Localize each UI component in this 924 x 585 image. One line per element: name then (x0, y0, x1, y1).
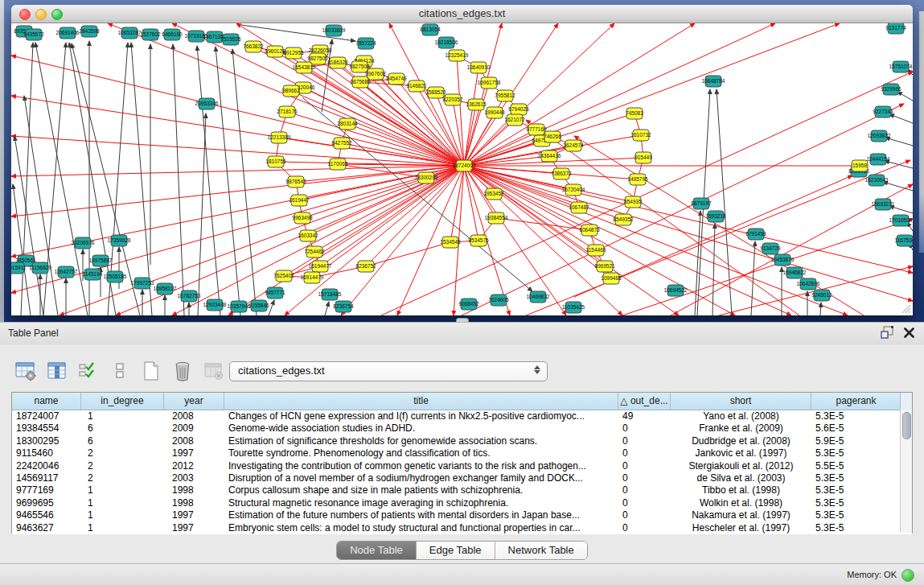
graph-node[interactable]: 9227343 (873, 106, 893, 117)
table-options-button[interactable] (14, 360, 37, 382)
table-row[interactable]: 1938455462009Genome-wide association stu… (12, 422, 912, 435)
column-header-short[interactable]: short (671, 393, 811, 410)
graph-node[interactable]: 12325419 (446, 50, 469, 61)
graph-node[interactable]: 1534545 (440, 237, 461, 248)
graph-node[interactable]: 9534575 (468, 235, 489, 246)
citation-network-graph[interactable]: 8935573943557220691406284359810653287152… (11, 23, 913, 315)
graph-node[interactable]: 6791458 (745, 229, 766, 240)
graph-node[interactable]: 13942757 (55, 266, 78, 278)
column-header-out-de[interactable]: △ out_de... (618, 393, 671, 410)
graph-node[interactable]: 7955812 (495, 90, 515, 101)
table-row[interactable]: 1456911722003Disruption of a novel membe… (12, 472, 912, 484)
graph-node[interactable]: 9963498 (292, 212, 313, 224)
column-header-title[interactable]: title (224, 393, 618, 410)
graph-node[interactable]: 16782753 (178, 290, 201, 302)
graph-node[interactable]: 1099468 (601, 273, 622, 284)
graph-node[interactable]: 1610732 (630, 130, 651, 141)
graph-node[interactable]: 7663822 (243, 41, 264, 52)
graph-node[interactable]: 9131774 (885, 23, 906, 34)
table-row[interactable]: 946362711997Embryonic stem cells: a mode… (12, 522, 912, 534)
graph-node[interactable]: 9146821 (406, 80, 427, 92)
graph-node[interactable]: 9155846 (248, 300, 269, 311)
column-header-in-degree[interactable]: in_degree (81, 393, 164, 410)
table-row[interactable]: 911546021997Tourette syndrome. Phenomeno… (12, 447, 912, 459)
tab-edge-table[interactable]: Edge Table (417, 542, 495, 559)
graph-node[interactable]: 10357946 (228, 301, 251, 312)
graph-node[interactable]: 1619447 (289, 195, 310, 206)
graph-node[interactable]: 15958 (852, 160, 868, 171)
graph-node[interactable]: 19384554 (485, 212, 508, 224)
graph-node[interactable]: 1145194 (83, 269, 103, 280)
tab-network-table[interactable]: Network Table (495, 542, 587, 559)
graph-node[interactable]: 1495795 (627, 174, 648, 185)
create-column-button[interactable] (140, 360, 162, 382)
network-window-titlebar[interactable]: citations_edges.txt (11, 5, 913, 23)
graph-node[interactable]: 8969521 (594, 261, 615, 272)
table-row[interactable]: 1830029562008Estimation of significance … (12, 435, 912, 447)
graph-node[interactable]: 1064873 (579, 225, 600, 236)
graph-node[interactable]: 8220357 (442, 94, 463, 105)
graph-node[interactable]: 15693231 (872, 199, 895, 210)
graph-node[interactable]: 9876543 (285, 176, 306, 187)
table-row[interactable]: 977716911998Corpus callosum shape and si… (12, 484, 912, 496)
graph-node[interactable]: 7857224 (355, 38, 376, 49)
graph-node[interactable]: 16210643 (865, 175, 889, 186)
graph-node[interactable]: 3915911 (11, 262, 27, 274)
graph-node[interactable]: 7515526 (220, 34, 241, 45)
graph-node[interactable]: 20691406 (56, 27, 80, 39)
graph-node[interactable]: 1167534 (895, 235, 913, 246)
table-row[interactable]: 946554611997Estimation of the future num… (12, 509, 912, 521)
graph-node[interactable]: 7625402 (273, 270, 294, 282)
graph-node[interactable]: 1621072 (504, 114, 525, 126)
graph-node[interactable]: 7693218 (705, 211, 726, 222)
graph-node[interactable]: 13640910 (467, 62, 491, 73)
column-header-pagerank[interactable]: pagerank (811, 393, 901, 410)
graph-node[interactable]: 10642896 (797, 278, 820, 290)
graph-node[interactable]: 11035425 (562, 302, 585, 313)
table-row[interactable]: 1872400712008Changes of HCN gene express… (12, 410, 912, 422)
column-header-year[interactable]: year (164, 393, 224, 410)
window-resize-grip[interactable] (900, 303, 911, 314)
rows-button[interactable] (109, 360, 131, 382)
graph-node[interactable]: 12093832 (868, 130, 891, 142)
graph-node[interactable]: 8912955 (283, 47, 304, 59)
float-panel-icon[interactable] (881, 326, 894, 339)
graph-node[interactable]: 1527602 (140, 29, 161, 40)
graph-node[interactable]: 20206576 (72, 237, 95, 249)
graph-node[interactable]: 19218506 (435, 37, 458, 48)
close-panel-icon[interactable] (904, 328, 914, 338)
graph-node[interactable]: 6794028 (508, 104, 529, 115)
graph-node[interactable]: 8427552 (331, 138, 352, 149)
graph-node[interactable]: 1170065 (328, 159, 348, 170)
graph-node[interactable]: 8960128 (265, 46, 285, 57)
graph-node[interactable]: 17957253 (131, 278, 154, 289)
graph-node[interactable]: 9068452 (458, 299, 479, 310)
graph-node[interactable]: 8236752 (355, 261, 376, 272)
graph-node[interactable]: 16958107 (154, 283, 177, 295)
graph-node[interactable]: 2843598 (79, 26, 100, 37)
graph-node[interactable]: 1990448 (484, 107, 505, 118)
graph-node[interactable]: 10694522 (664, 285, 688, 296)
table-vertical-scrollbar[interactable] (900, 410, 912, 533)
table-row[interactable]: 969969511998Structural magnetic resonanc… (12, 497, 912, 509)
graph-node[interactable]: 1362615 (466, 99, 487, 110)
graph-node[interactable]: 16194477 (309, 261, 332, 272)
graph-node[interactable]: 1953457 (483, 188, 504, 200)
graph-node[interactable]: 8549352 (613, 214, 634, 225)
graph-node[interactable]: 2803144 (337, 118, 358, 130)
graph-node[interactable]: 9134729 (760, 243, 781, 254)
graph-node[interactable]: 12923448 (203, 299, 227, 311)
graph-node[interactable]: 20953346 (195, 98, 219, 109)
graph-node[interactable]: 11156829 (29, 262, 51, 274)
delete-column-button[interactable] (171, 360, 194, 382)
graph-node[interactable]: 1810755 (265, 156, 286, 167)
select-all-button[interactable] (77, 360, 100, 382)
graph-node[interactable]: 9435572 (23, 29, 44, 40)
graph-node[interactable]: 16914479 (301, 272, 324, 283)
graph-node[interactable]: 8454749 (386, 73, 407, 84)
memory-indicator[interactable] (901, 569, 914, 582)
graph-node[interactable]: 9875685 (350, 76, 371, 88)
graph-node[interactable]: 12505185 (104, 271, 127, 282)
graph-node[interactable]: 2718176 (277, 106, 298, 117)
graph-node[interactable]: 12444154 (867, 154, 890, 165)
